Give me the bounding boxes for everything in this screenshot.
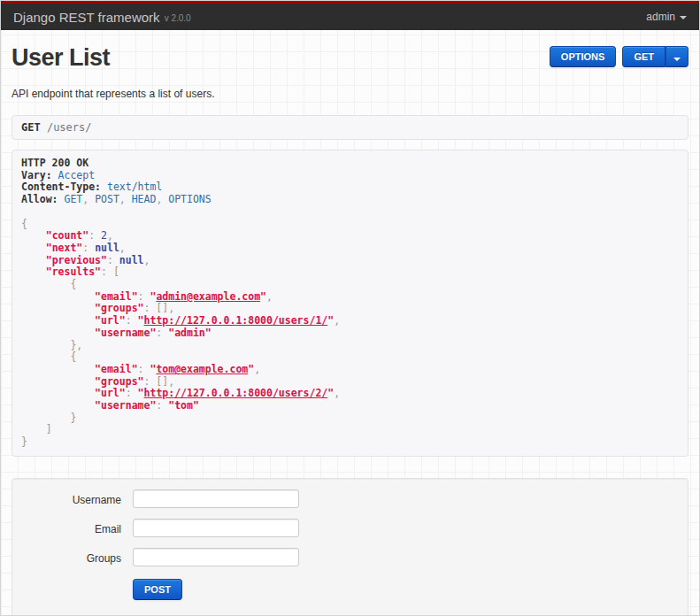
submit-row: POST (133, 579, 688, 600)
user-menu-label: admin (646, 11, 675, 23)
username-field[interactable] (133, 489, 299, 508)
response-pre: HTTP 200 OK Vary: Accept Content-Type: t… (12, 150, 688, 457)
page-title: User List (12, 44, 110, 71)
email-field[interactable] (133, 519, 299, 537)
response-link[interactable]: http://127.0.0.1:8000/users/2/ (144, 387, 328, 399)
caret-down-icon (680, 16, 687, 19)
post-form: Username Email Groups POST (12, 489, 688, 600)
options-button[interactable]: OPTIONS (550, 46, 617, 67)
groups-label: Groups (12, 548, 121, 566)
brand-link[interactable]: Django REST framework (13, 10, 160, 25)
post-form-panel: Username Email Groups POST (12, 478, 688, 616)
get-format-dropdown-button[interactable] (665, 46, 688, 67)
email-label: Email (12, 519, 121, 537)
form-row-groups: Groups (12, 548, 688, 566)
form-row-username: Username (12, 489, 688, 508)
version-label: v 2.0.0 (165, 13, 191, 23)
toolbar: OPTIONS GET (550, 44, 688, 67)
navbar: Django REST framework v 2.0.0 admin (1, 4, 699, 30)
post-button[interactable]: POST (133, 579, 182, 600)
request-method: GET (21, 121, 41, 134)
get-button[interactable]: GET (622, 46, 665, 67)
caret-down-icon (673, 58, 681, 61)
username-label: Username (12, 489, 121, 508)
groups-field[interactable] (133, 548, 299, 566)
user-menu-dropdown[interactable]: admin (646, 11, 687, 23)
response-link[interactable]: tom@example.com (156, 363, 248, 375)
page-header: User List OPTIONS GET (12, 44, 688, 71)
get-split-button: GET (622, 46, 688, 67)
main-content: User List OPTIONS GET API endpoint that … (1, 30, 699, 616)
browser-viewport: Django REST framework v 2.0.0 admin User… (0, 0, 700, 616)
request-path: /users/ (47, 121, 92, 134)
response-link[interactable]: admin@example.com (156, 290, 260, 303)
response-link[interactable]: http://127.0.0.1:8000/users/1/ (144, 314, 328, 327)
form-row-email: Email (12, 519, 688, 537)
request-line: GET /users/ (12, 115, 688, 140)
endpoint-description: API endpoint that represents a list of u… (12, 88, 688, 100)
